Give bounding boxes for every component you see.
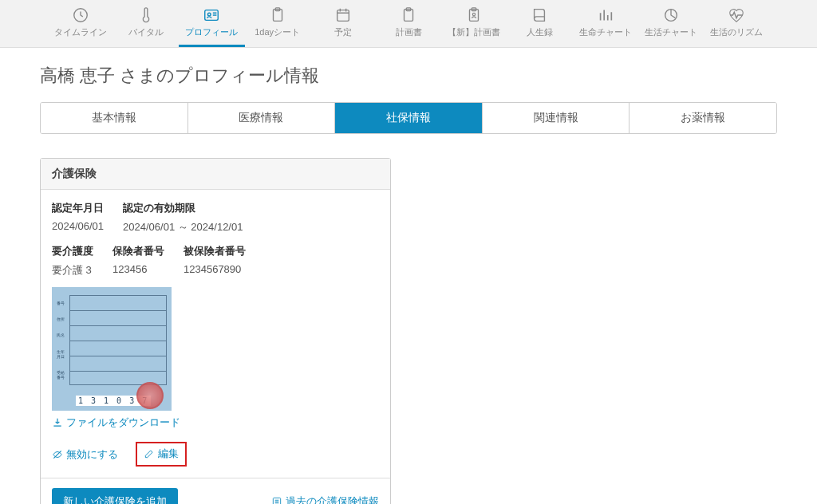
topnav-label: 人生録 xyxy=(527,26,553,38)
thermometer-icon xyxy=(137,6,155,24)
download-icon xyxy=(52,417,63,428)
cert-date-label: 認定年月日 xyxy=(52,201,104,215)
topnav-label: タイムライン xyxy=(54,26,107,38)
page-title: 高橋 恵子 さまのプロフィール情報 xyxy=(40,64,777,88)
topnav-item-1[interactable]: バイタル xyxy=(113,0,179,47)
idcard-icon xyxy=(203,6,220,24)
topnav-item-7[interactable]: 人生録 xyxy=(507,0,572,47)
clipboard-icon xyxy=(400,6,417,24)
edit-link[interactable]: 編集 xyxy=(144,447,179,461)
insurance-history-label: 過去の介護保険情報 xyxy=(286,494,379,504)
topnav-label: 生活のリズム xyxy=(710,26,763,38)
insurance-card-title: 介護保険 xyxy=(41,159,390,190)
tab-0[interactable]: 基本情報 xyxy=(41,103,188,133)
topnav-item-6[interactable]: 【新】計画書 xyxy=(441,0,507,47)
piechart-icon xyxy=(662,6,680,24)
cert-period-value: 2024/06/01 ～ 2024/12/01 xyxy=(123,220,243,234)
top-nav: タイムラインバイタルプロフィール1dayシート予定計画書【新】計画書人生録生命チ… xyxy=(0,0,817,48)
topnav-label: 1dayシート xyxy=(255,26,300,38)
topnav-label: バイタル xyxy=(128,26,164,38)
cert-period-label: 認定の有効期限 xyxy=(123,201,243,215)
insurance-card: 介護保険 認定年月日 2024/06/01 認定の有効期限 2024/06/01… xyxy=(40,158,391,504)
topnav-label: 計画書 xyxy=(396,26,422,38)
topnav-label: プロフィール xyxy=(185,26,238,38)
eye-off-icon xyxy=(52,449,63,460)
topnav-item-10[interactable]: 生活のリズム xyxy=(704,0,769,47)
insurance-doc-thumbnail[interactable]: 番号住所氏名生年月日受給番号 1 3 1 0 3 7 xyxy=(52,287,172,411)
tab-4[interactable]: お薬情報 xyxy=(630,103,776,133)
topnav-item-4[interactable]: 予定 xyxy=(310,0,376,47)
insurance-history-link[interactable]: 過去の介護保険情報 xyxy=(271,494,379,504)
care-level-value: 要介護 3 xyxy=(52,263,93,278)
topnav-item-2[interactable]: プロフィール xyxy=(179,0,244,47)
topnav-item-0[interactable]: タイムライン xyxy=(48,0,113,47)
edit-link-highlight: 編集 xyxy=(136,442,187,467)
clock-icon xyxy=(72,6,89,24)
cert-date-value: 2024/06/01 xyxy=(52,220,104,232)
insured-no-label: 被保険者番号 xyxy=(184,244,246,258)
topnav-item-5[interactable]: 計画書 xyxy=(376,0,441,47)
book-icon xyxy=(531,6,548,24)
download-file-link[interactable]: ファイルをダウンロード xyxy=(52,415,180,430)
disable-link[interactable]: 無効にする xyxy=(52,447,118,462)
disable-label: 無効にする xyxy=(66,447,118,462)
clipboard-user-icon xyxy=(465,6,483,24)
topnav-item-8[interactable]: 生命チャート xyxy=(573,0,638,47)
clipboard-icon xyxy=(269,6,286,24)
calendar-icon xyxy=(334,6,352,24)
care-level-label: 要介護度 xyxy=(52,244,93,258)
topnav-item-3[interactable]: 1dayシート xyxy=(245,0,310,47)
tab-2[interactable]: 社保情報 xyxy=(335,103,483,133)
insurer-no-label: 保険者番号 xyxy=(112,244,164,258)
add-insurance-button[interactable]: 新しい介護保険を追加 xyxy=(52,488,178,504)
insurer-no-value: 123456 xyxy=(112,263,164,275)
topnav-label: 生活チャート xyxy=(645,26,697,38)
topnav-label: 予定 xyxy=(334,26,352,38)
topnav-label: 【新】計画書 xyxy=(448,26,500,38)
download-file-label: ファイルをダウンロード xyxy=(66,415,180,430)
profile-tabbar: 基本情報医療情報社保情報関連情報お薬情報 xyxy=(40,102,777,134)
barchart-icon xyxy=(597,6,614,24)
list-icon xyxy=(271,496,282,504)
insurance-card-footer: 新しい介護保険を追加 過去の介護保険情報 xyxy=(41,478,390,504)
tab-1[interactable]: 医療情報 xyxy=(188,103,336,133)
insured-no-value: 1234567890 xyxy=(184,263,246,275)
content-area: 高橋 恵子 さまのプロフィール情報 基本情報医療情報社保情報関連情報お薬情報 介… xyxy=(0,48,817,504)
edit-icon xyxy=(144,448,155,459)
heartbeat-icon xyxy=(728,6,745,24)
stamp-icon xyxy=(136,382,164,409)
tab-3[interactable]: 関連情報 xyxy=(483,103,630,133)
insurance-card-body: 認定年月日 2024/06/01 認定の有効期限 2024/06/01 ～ 20… xyxy=(41,190,390,478)
topnav-item-9[interactable]: 生活チャート xyxy=(638,0,704,47)
edit-label: 編集 xyxy=(158,447,179,461)
topnav-label: 生命チャート xyxy=(579,26,632,38)
